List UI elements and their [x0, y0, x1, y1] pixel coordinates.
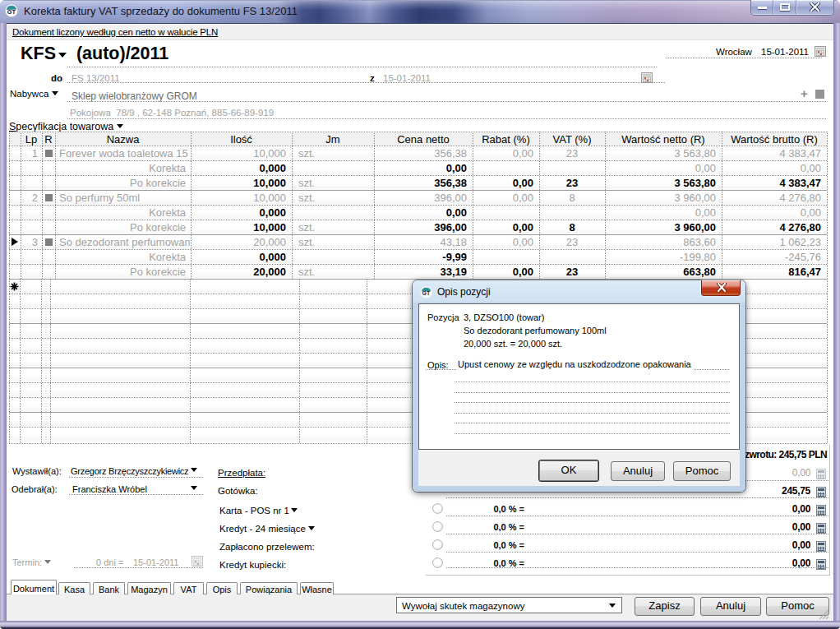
svg-text:GT: GT — [422, 290, 431, 296]
svg-text:GT: GT — [7, 8, 16, 16]
